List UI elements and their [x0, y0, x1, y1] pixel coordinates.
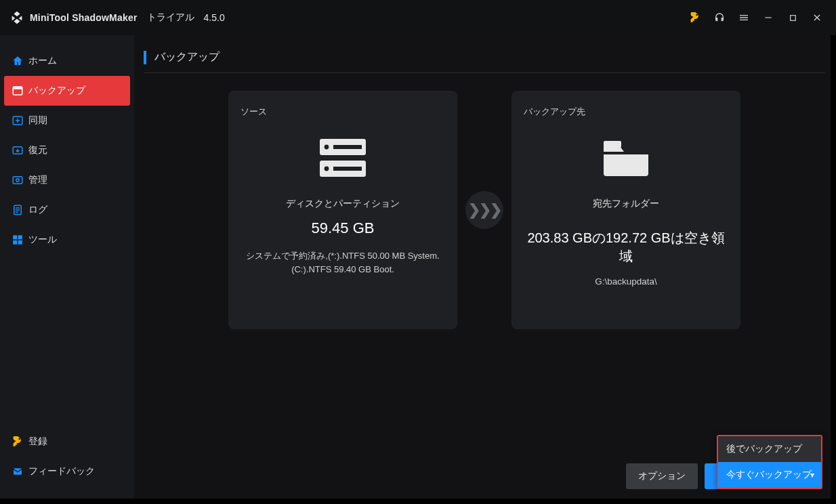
- app-trial-label: トライアル: [147, 12, 194, 24]
- svg-rect-20: [604, 141, 621, 148]
- main: バックアップ ソース ディスクとパーティション 59.45 GB システムで予約…: [134, 35, 831, 499]
- tools-icon: [11, 234, 24, 246]
- sidebar-item-sync[interactable]: 同期: [0, 106, 134, 135]
- sidebar-item-restore[interactable]: 復元: [0, 135, 134, 165]
- restore-icon: [11, 144, 24, 156]
- sidebar-item-register[interactable]: 登録: [0, 427, 134, 457]
- sidebar: ホーム バックアップ 同期 復元 管理 ログ ツール: [0, 35, 134, 499]
- destination-label: バックアップ先: [524, 106, 728, 118]
- page-title: バックアップ: [154, 50, 220, 64]
- titlebar: MiniTool ShadowMaker トライアル 4.5.0: [0, 0, 836, 35]
- close-icon[interactable]: [808, 8, 827, 27]
- sidebar-item-backup[interactable]: バックアップ: [4, 76, 130, 106]
- destination-card[interactable]: バックアップ先 宛先フォルダー 203.83 GBの192.72 GBは空き領域…: [511, 91, 740, 329]
- source-card[interactable]: ソース ディスクとパーティション 59.45 GB システムで予約済み,(*:)…: [228, 91, 457, 329]
- maximize-icon[interactable]: [783, 8, 802, 27]
- sidebar-item-label: バックアップ: [28, 85, 85, 97]
- backup-now-option[interactable]: 今すぐバックアップ: [718, 462, 821, 488]
- options-button[interactable]: オプション: [626, 463, 698, 489]
- page-header: バックアップ: [144, 50, 825, 73]
- mail-icon: [11, 466, 24, 477]
- app-title: MiniTool ShadowMaker: [30, 12, 138, 23]
- headphones-icon[interactable]: [710, 8, 729, 27]
- svg-rect-3: [13, 87, 22, 89]
- svg-rect-0: [765, 17, 771, 18]
- sidebar-item-label: フィードバック: [28, 465, 95, 478]
- app-version: 4.5.0: [204, 12, 225, 23]
- home-icon: [11, 55, 24, 67]
- app-logo: MiniTool ShadowMaker トライアル 4.5.0: [9, 10, 225, 25]
- sidebar-item-home[interactable]: ホーム: [0, 46, 134, 76]
- menu-icon[interactable]: [734, 8, 753, 27]
- svg-rect-9: [13, 235, 17, 239]
- svg-rect-6: [13, 177, 22, 184]
- svg-rect-21: [604, 152, 648, 154]
- sidebar-item-tools[interactable]: ツール: [0, 225, 134, 255]
- source-detail: システムで予約済み,(*:).NTFS 50.00 MB System.(C:)…: [241, 249, 445, 276]
- svg-rect-17: [333, 145, 362, 149]
- destination-subtitle: 宛先フォルダー: [524, 198, 728, 210]
- disks-icon: [241, 133, 445, 183]
- svg-rect-1: [790, 15, 795, 20]
- svg-point-7: [16, 179, 20, 182]
- sidebar-item-feedback[interactable]: フィードバック: [0, 457, 134, 486]
- destination-space: 203.83 GBの192.72 GBは空き領域: [524, 229, 728, 266]
- sidebar-item-label: ホーム: [28, 55, 57, 67]
- manage-icon: [11, 174, 24, 186]
- svg-rect-19: [333, 167, 362, 171]
- sidebar-item-label: 同期: [28, 114, 47, 127]
- source-subtitle: ディスクとパーティション: [241, 198, 445, 210]
- sidebar-item-label: ツール: [28, 234, 57, 246]
- app-icon: [9, 10, 24, 25]
- svg-rect-10: [18, 235, 22, 239]
- backup-icon: [11, 85, 24, 97]
- sidebar-item-label: 復元: [28, 144, 47, 156]
- header-accent-bar: [144, 51, 146, 64]
- backup-cards: ソース ディスクとパーティション 59.45 GB システムで予約済み,(*:)…: [144, 91, 825, 329]
- destination-path: G:\backupdata\: [524, 276, 728, 287]
- sidebar-item-label: 登録: [28, 436, 47, 448]
- folder-icon: [524, 133, 728, 183]
- sidebar-item-label: 管理: [28, 174, 47, 186]
- sidebar-item-label: ログ: [28, 204, 47, 216]
- backup-dropdown: 後でバックアップ 今すぐバックアップ: [717, 435, 822, 489]
- svg-point-18: [325, 167, 329, 171]
- key-icon: [11, 436, 24, 447]
- minimize-icon[interactable]: [759, 8, 778, 27]
- sync-icon: [11, 114, 24, 127]
- log-icon: [11, 204, 24, 216]
- arrow-icon: ❯❯❯: [465, 191, 503, 229]
- source-label: ソース: [241, 106, 445, 118]
- sidebar-item-log[interactable]: ログ: [0, 195, 134, 225]
- svg-point-16: [325, 145, 329, 150]
- backup-later-option[interactable]: 後でバックアップ: [718, 436, 821, 462]
- key-icon[interactable]: [686, 8, 705, 27]
- svg-rect-12: [18, 240, 22, 245]
- source-size: 59.45 GB: [241, 219, 445, 237]
- svg-rect-11: [13, 240, 17, 245]
- sidebar-item-manage[interactable]: 管理: [0, 165, 134, 195]
